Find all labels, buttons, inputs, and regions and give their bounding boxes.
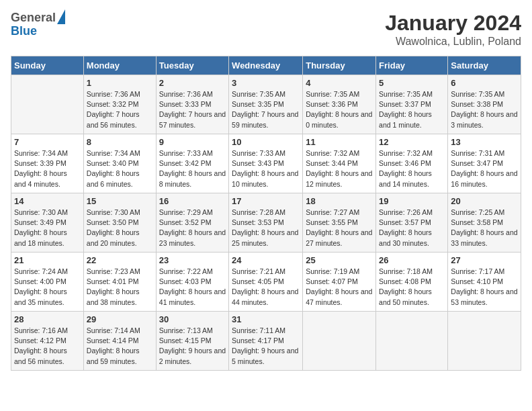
day-number: 31 <box>232 314 300 324</box>
day-info: Sunrise: 7:28 AMSunset: 3:53 PMDaylight:… <box>232 208 300 248</box>
day-info: Sunrise: 7:26 AMSunset: 3:57 PMDaylight:… <box>379 208 445 248</box>
week-row-4: 21 Sunrise: 7:24 AMSunset: 4:00 PMDaylig… <box>11 253 521 312</box>
calendar-title: January 2024 <box>385 11 521 36</box>
title-area: January 2024 Wawolnica, Lublin, Poland <box>385 11 521 48</box>
logo-blue-text: Blue <box>11 24 65 39</box>
day-cell <box>448 312 521 371</box>
day-cell <box>376 312 448 371</box>
week-row-5: 28 Sunrise: 7:16 AMSunset: 4:12 PMDaylig… <box>11 312 521 371</box>
day-info: Sunrise: 7:30 AMSunset: 3:50 PMDaylight:… <box>87 208 153 248</box>
day-number: 21 <box>14 255 81 265</box>
day-number: 4 <box>306 78 373 88</box>
day-cell <box>11 75 84 134</box>
day-number: 19 <box>379 196 445 206</box>
day-cell: 4 Sunrise: 7:35 AMSunset: 3:36 PMDayligh… <box>303 75 376 134</box>
day-info: Sunrise: 7:13 AMSunset: 4:15 PMDaylight:… <box>159 326 226 367</box>
day-number: 6 <box>451 78 518 88</box>
day-cell: 14 Sunrise: 7:30 AMSunset: 3:49 PMDaylig… <box>11 193 84 253</box>
day-number: 29 <box>87 314 153 324</box>
day-cell: 15 Sunrise: 7:30 AMSunset: 3:50 PMDaylig… <box>83 193 156 253</box>
day-number: 28 <box>14 314 81 324</box>
day-info: Sunrise: 7:21 AMSunset: 4:05 PMDaylight:… <box>232 267 300 308</box>
day-info: Sunrise: 7:14 AMSunset: 4:14 PMDaylight:… <box>87 326 153 367</box>
day-cell: 1 Sunrise: 7:36 AMSunset: 3:32 PMDayligh… <box>83 75 156 134</box>
day-info: Sunrise: 7:34 AMSunset: 3:40 PMDaylight:… <box>87 148 153 189</box>
day-info: Sunrise: 7:17 AMSunset: 4:10 PMDaylight:… <box>451 267 518 308</box>
day-number: 27 <box>451 255 518 265</box>
calendar-subtitle: Wawolnica, Lublin, Poland <box>385 36 521 48</box>
column-header-wednesday: Wednesday <box>229 56 303 75</box>
day-number: 23 <box>159 255 226 265</box>
column-header-tuesday: Tuesday <box>156 56 228 75</box>
day-cell: 7 Sunrise: 7:34 AMSunset: 3:39 PMDayligh… <box>11 134 84 193</box>
day-number: 2 <box>159 78 226 88</box>
day-info: Sunrise: 7:36 AMSunset: 3:32 PMDaylight:… <box>87 89 153 130</box>
day-info: Sunrise: 7:32 AMSunset: 3:44 PMDaylight:… <box>306 148 373 189</box>
day-cell: 21 Sunrise: 7:24 AMSunset: 4:00 PMDaylig… <box>11 253 84 312</box>
day-info: Sunrise: 7:11 AMSunset: 4:17 PMDaylight:… <box>232 326 300 367</box>
day-info: Sunrise: 7:16 AMSunset: 4:12 PMDaylight:… <box>14 326 81 367</box>
day-info: Sunrise: 7:31 AMSunset: 3:47 PMDaylight:… <box>451 148 518 189</box>
day-cell: 26 Sunrise: 7:18 AMSunset: 4:08 PMDaylig… <box>376 253 448 312</box>
day-number: 16 <box>159 196 226 206</box>
week-row-1: 1 Sunrise: 7:36 AMSunset: 3:32 PMDayligh… <box>11 75 521 134</box>
day-number: 10 <box>232 137 300 147</box>
day-number: 15 <box>87 196 153 206</box>
week-row-3: 14 Sunrise: 7:30 AMSunset: 3:49 PMDaylig… <box>11 193 521 253</box>
day-number: 1 <box>87 78 153 88</box>
day-cell: 31 Sunrise: 7:11 AMSunset: 4:17 PMDaylig… <box>229 312 303 371</box>
day-cell: 13 Sunrise: 7:31 AMSunset: 3:47 PMDaylig… <box>448 134 521 193</box>
day-number: 25 <box>306 255 373 265</box>
day-cell: 5 Sunrise: 7:35 AMSunset: 3:37 PMDayligh… <box>376 75 448 134</box>
day-info: Sunrise: 7:22 AMSunset: 4:03 PMDaylight:… <box>159 267 226 308</box>
day-cell: 24 Sunrise: 7:21 AMSunset: 4:05 PMDaylig… <box>229 253 303 312</box>
day-number: 24 <box>232 255 300 265</box>
day-cell: 17 Sunrise: 7:28 AMSunset: 3:53 PMDaylig… <box>229 193 303 253</box>
day-cell: 27 Sunrise: 7:17 AMSunset: 4:10 PMDaylig… <box>448 253 521 312</box>
day-info: Sunrise: 7:24 AMSunset: 4:00 PMDaylight:… <box>14 267 81 308</box>
day-cell: 10 Sunrise: 7:33 AMSunset: 3:43 PMDaylig… <box>229 134 303 193</box>
day-number: 30 <box>159 314 226 324</box>
day-number: 20 <box>451 196 518 206</box>
day-cell: 25 Sunrise: 7:19 AMSunset: 4:07 PMDaylig… <box>303 253 376 312</box>
day-info: Sunrise: 7:32 AMSunset: 3:46 PMDaylight:… <box>379 148 445 189</box>
day-info: Sunrise: 7:36 AMSunset: 3:33 PMDaylight:… <box>159 89 226 130</box>
day-info: Sunrise: 7:19 AMSunset: 4:07 PMDaylight:… <box>306 267 373 308</box>
day-info: Sunrise: 7:33 AMSunset: 3:43 PMDaylight:… <box>232 148 300 189</box>
day-number: 18 <box>306 196 373 206</box>
logo: General Blue <box>11 11 65 38</box>
column-header-saturday: Saturday <box>448 56 521 75</box>
day-number: 12 <box>379 137 445 147</box>
day-cell: 22 Sunrise: 7:23 AMSunset: 4:01 PMDaylig… <box>83 253 156 312</box>
day-cell: 23 Sunrise: 7:22 AMSunset: 4:03 PMDaylig… <box>156 253 228 312</box>
day-cell: 6 Sunrise: 7:35 AMSunset: 3:38 PMDayligh… <box>448 75 521 134</box>
day-cell: 29 Sunrise: 7:14 AMSunset: 4:14 PMDaylig… <box>83 312 156 371</box>
day-cell: 20 Sunrise: 7:25 AMSunset: 3:58 PMDaylig… <box>448 193 521 253</box>
day-info: Sunrise: 7:25 AMSunset: 3:58 PMDaylight:… <box>451 208 518 248</box>
day-info: Sunrise: 7:35 AMSunset: 3:37 PMDaylight:… <box>379 89 445 130</box>
day-cell: 18 Sunrise: 7:27 AMSunset: 3:55 PMDaylig… <box>303 193 376 253</box>
day-info: Sunrise: 7:23 AMSunset: 4:01 PMDaylight:… <box>87 267 153 308</box>
logo-triangle-icon <box>57 9 65 24</box>
day-info: Sunrise: 7:35 AMSunset: 3:35 PMDaylight:… <box>232 89 300 130</box>
calendar-table: SundayMondayTuesdayWednesdayThursdayFrid… <box>11 56 521 371</box>
day-number: 14 <box>14 196 81 206</box>
day-number: 22 <box>87 255 153 265</box>
day-number: 9 <box>159 137 226 147</box>
header-row: SundayMondayTuesdayWednesdayThursdayFrid… <box>11 56 521 75</box>
day-cell: 12 Sunrise: 7:32 AMSunset: 3:46 PMDaylig… <box>376 134 448 193</box>
day-cell: 3 Sunrise: 7:35 AMSunset: 3:35 PMDayligh… <box>229 75 303 134</box>
day-info: Sunrise: 7:18 AMSunset: 4:08 PMDaylight:… <box>379 267 445 308</box>
day-cell: 16 Sunrise: 7:29 AMSunset: 3:52 PMDaylig… <box>156 193 228 253</box>
column-header-friday: Friday <box>376 56 448 75</box>
day-number: 11 <box>306 137 373 147</box>
day-cell: 9 Sunrise: 7:33 AMSunset: 3:42 PMDayligh… <box>156 134 228 193</box>
day-cell: 28 Sunrise: 7:16 AMSunset: 4:12 PMDaylig… <box>11 312 84 371</box>
logo-general-text: General <box>11 11 56 26</box>
day-info: Sunrise: 7:29 AMSunset: 3:52 PMDaylight:… <box>159 208 226 248</box>
page-header: General Blue January 2024 Wawolnica, Lub… <box>11 11 521 48</box>
column-header-sunday: Sunday <box>11 56 84 75</box>
column-header-monday: Monday <box>83 56 156 75</box>
day-info: Sunrise: 7:33 AMSunset: 3:42 PMDaylight:… <box>159 148 226 189</box>
day-info: Sunrise: 7:35 AMSunset: 3:38 PMDaylight:… <box>451 89 518 130</box>
